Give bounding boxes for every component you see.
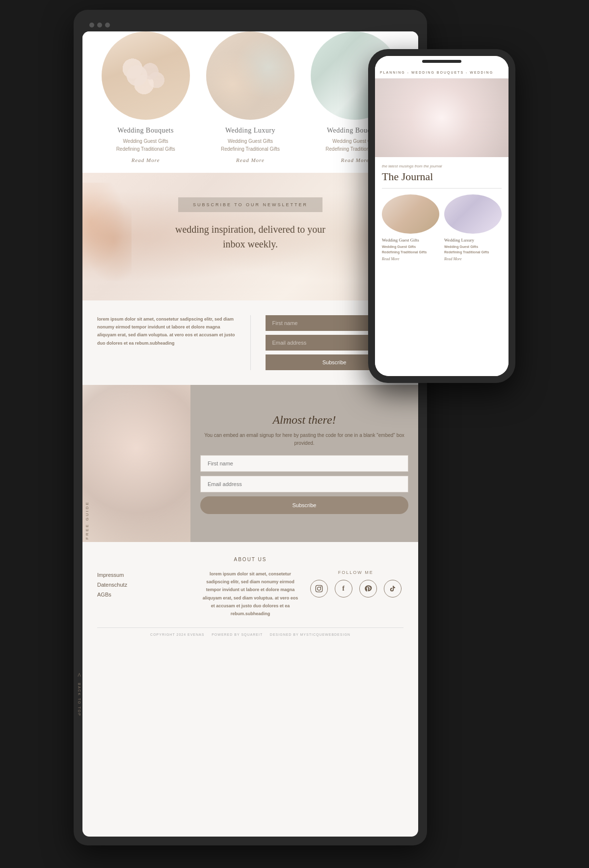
designed-by-text: DESIGNED BY MYSTICQUEWEBDESIGN [270,633,350,636]
mobile-card-title-2: Wedding Luxury [444,238,502,243]
mobile-device: PLANNING - WEDDING BOUQUETS - WEDDING th… [368,49,515,383]
mobile-marquee: PLANNING - WEDDING BOUQUETS - WEDDING [375,67,509,79]
copyright-text: COPYRIGHT 2024 EVENAS [150,633,204,636]
dot-2 [97,23,102,27]
device-dots [82,19,418,31]
powered-by-text: POWERED BY SQUAREIT [212,633,263,636]
tiktok-icon[interactable] [384,580,402,597]
promo-title: Almost there! [272,413,336,427]
blog-card-image-1 [102,31,190,120]
read-more-2[interactable]: Read More [202,157,298,163]
mobile-blog-grid: Wedding Guest Gifts Wedding Guest Gifts … [382,194,502,261]
read-more-1[interactable]: Read More [97,157,194,163]
promo-subscribe-button[interactable]: Subscribe [200,496,408,514]
mobile-blog-img-2 [444,194,502,234]
instagram-icon[interactable] [310,580,328,597]
blog-title-1: Wedding Bouquets [97,127,194,135]
blog-subtitle-1: Wedding Guest Gifts Redefining Tradition… [97,137,194,153]
mobile-blog-card-2: Wedding Luxury Wedding Guest Gifts Redef… [444,194,502,261]
blog-subtitle-2: Wedding Guest Gifts Redefining Tradition… [202,137,298,153]
newsletter-headline: wedding inspiration, delivered to your i… [97,222,403,251]
svg-point-1 [317,587,321,591]
footer-link-impressum[interactable]: Impressum [97,570,193,580]
back-to-top-text: BACK TO TOP [78,683,81,717]
mobile-blog-img-1 [382,194,439,234]
mobile-card-title-1: Wedding Guest Gifts [382,238,439,243]
svg-rect-0 [316,585,322,592]
footer-columns: Impressum Datenschutz AGBs lorem ipsum d… [97,570,403,618]
promo-first-name-input[interactable] [200,455,408,472]
mobile-card-subtitle-2: Wedding Guest Gifts Redefining Tradition… [444,244,502,255]
footer-bottom: COPYRIGHT 2024 EVENAS POWERED BY SQUAREI… [97,627,403,636]
form-left-text: lorem ipsum dolor sit amet, consetetur s… [97,315,251,370]
facebook-icon[interactable]: f [335,580,352,597]
blog-card-2: Wedding Luxury Wedding Guest Gifts Redef… [202,31,298,163]
table-image [206,31,294,120]
promo-image: FREE GUIDE [82,385,190,542]
promo-section: FREE GUIDE Almost there! You can embed a… [82,385,418,542]
mobile-journal-title: The Journal [382,170,502,189]
free-guide-label: FREE GUIDE [85,501,89,540]
blog-title-2: Wedding Luxury [202,127,298,135]
footer-about-col: lorem ipsum dolor sit amet, consetetur s… [203,570,298,618]
mobile-journal-section: the latest musings from the journal The … [375,157,509,376]
device-container: Wedding Bouquets Wedding Guest Gifts Red… [74,10,515,854]
back-to-top-chevron: ^ [78,672,81,680]
dot-3 [105,23,110,27]
form-body-text: lorem ipsum dolor sit amet, consetetur s… [97,315,236,347]
footer-link-agb[interactable]: AGBs [97,590,193,599]
mobile-read-more-2[interactable]: Read More [444,257,502,261]
footer-follow-col: FOLLOW ME f [308,570,403,618]
footer-links-col: Impressum Datenschutz AGBs [97,570,193,618]
footer: ABOUT US Impressum Datenschutz AGBs lore… [82,542,418,651]
back-to-top[interactable]: ^ BACK TO TOP [78,672,81,717]
mobile-flowers-img [382,194,439,234]
svg-point-2 [320,586,321,587]
mobile-notch [422,60,461,63]
blog-card-1: Wedding Bouquets Wedding Guest Gifts Red… [97,31,194,163]
mobile-luxury-img [444,194,502,234]
mobile-read-more-1[interactable]: Read More [382,257,439,261]
pinterest-icon[interactable] [359,580,377,597]
footer-link-datenschutz[interactable]: Datenschutz [97,580,193,590]
mobile-hero-image [375,79,509,157]
promo-form: Subscribe [200,455,408,514]
footer-about-title: ABOUT US [97,557,403,562]
footer-about-text: lorem ipsum dolor sit amet, consetetur s… [203,570,298,618]
promo-image-inner [82,385,190,542]
promo-text: You can embed an email signup for here b… [200,432,408,447]
follow-label: FOLLOW ME [308,570,403,575]
bouquet-image-1 [102,31,190,120]
promo-content: Almost there! You can embed an email sig… [190,385,418,542]
promo-email-input[interactable] [200,476,408,492]
mobile-blog-card-1: Wedding Guest Gifts Wedding Guest Gifts … [382,194,439,261]
blog-card-image-2 [206,31,294,120]
mobile-card-subtitle-1: Wedding Guest Gifts Redefining Tradition… [382,244,439,255]
social-icons: f [308,580,403,597]
mobile-screen: PLANNING - WEDDING BOUQUETS - WEDDING th… [375,56,509,376]
roses-bouquet-image [375,79,509,157]
dot-1 [89,23,94,27]
newsletter-subscribe-button[interactable]: SUBSCRIBE TO OUR NEWSLETTER [178,197,322,212]
mobile-journal-subtitle: the latest musings from the journal [382,164,502,168]
